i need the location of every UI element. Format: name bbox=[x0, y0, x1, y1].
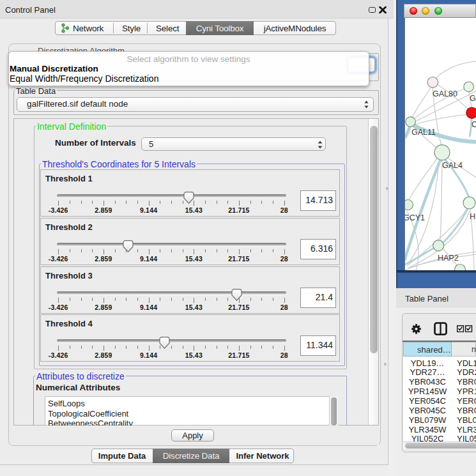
svg-text:GCY1: GCY1 bbox=[405, 213, 425, 222]
svg-text:GAL80: GAL80 bbox=[433, 89, 457, 98]
svg-text:C: C bbox=[472, 120, 476, 129]
svg-text:GAL4: GAL4 bbox=[442, 161, 463, 170]
svg-text:GA: GA bbox=[470, 94, 476, 103]
svg-text:HAP2: HAP2 bbox=[438, 254, 459, 263]
svg-text:GAL11: GAL11 bbox=[411, 128, 436, 137]
svg-text:HI: HI bbox=[470, 212, 476, 221]
